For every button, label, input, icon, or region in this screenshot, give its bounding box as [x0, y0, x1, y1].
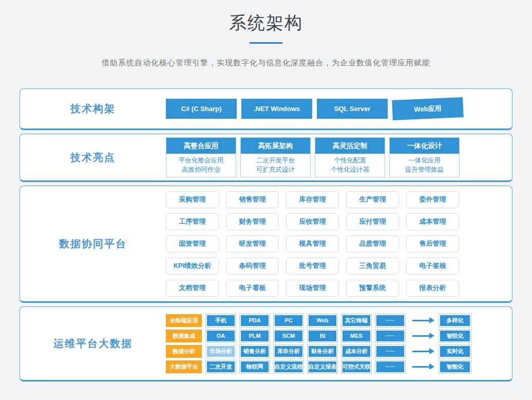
- ops-rows: 全终端应用 手机 PDA PC Web 其它终端 ····· 多样化 数据集成 …: [166, 314, 471, 373]
- module-btn-cost[interactable]: 成本管理: [406, 213, 459, 230]
- section-label-tech-highlights: 技术亮点: [70, 151, 116, 165]
- highlight-line: 可扩充式设计: [256, 166, 295, 174]
- ops-item-oa[interactable]: OA: [206, 330, 236, 342]
- ops-item-mes[interactable]: MES: [341, 330, 371, 342]
- module-btn-e-kanban[interactable]: 电子看板: [226, 280, 279, 297]
- ops-item-custom-workflow[interactable]: 自定义流程: [274, 360, 303, 373]
- highlight-card-title: 高拓展架构: [241, 138, 310, 154]
- ops-item-more[interactable]: ·····: [375, 330, 405, 342]
- highlight-card-body: 一体化应用 提升管理效益: [390, 154, 459, 177]
- ops-item-pda[interactable]: PDA: [240, 314, 270, 327]
- ops-result-smart-connected[interactable]: 智联化: [439, 330, 471, 342]
- highlight-card-all-in-one: 一体化设计 一体化应用 提升管理效益: [389, 137, 460, 177]
- module-btn-warning-system[interactable]: 预警系统: [346, 280, 399, 297]
- highlight-card-body: 二次开发平台 可扩充式设计: [241, 154, 310, 177]
- ops-item-web[interactable]: Web: [308, 314, 337, 327]
- tech-btn-dotnet-windows[interactable]: .NET Windows: [241, 99, 312, 119]
- highlight-line: 二次开发平台: [256, 156, 295, 165]
- section-label-tech-framework: 技术构架: [70, 102, 116, 116]
- ops-item-market-analysis[interactable]: 市场分析: [206, 345, 236, 358]
- module-btn-mold[interactable]: 模具管理: [286, 235, 339, 252]
- highlight-line: 一体化应用: [408, 156, 441, 165]
- ops-item-other-terminals[interactable]: 其它终端: [341, 314, 371, 327]
- ops-item-iot[interactable]: 物联网: [240, 360, 270, 373]
- arrow-right-icon: [412, 320, 430, 321]
- module-btn-onsite[interactable]: 现场管理: [286, 280, 339, 297]
- module-btn-quality[interactable]: 品质管理: [346, 235, 399, 252]
- architecture-sections: 技术构架 C# (C Sharp) .NET Windows SQL Serve…: [20, 88, 512, 381]
- module-btn-inventory[interactable]: 库存管理: [286, 191, 339, 208]
- section-label-area: 数据协同平台: [20, 186, 166, 301]
- ops-result-intelligent[interactable]: 智能化: [439, 360, 471, 373]
- tech-framework-buttons: C# (C Sharp) .NET Windows SQL Server Web…: [166, 89, 512, 129]
- module-btn-e-signature[interactable]: 电子签核: [406, 258, 459, 275]
- ops-platform-content: 全终端应用 手机 PDA PC Web 其它终端 ····· 多样化 数据集成 …: [166, 307, 512, 380]
- arrow-right-icon: [412, 366, 430, 368]
- ops-category-badge: 全终端应用: [166, 314, 202, 327]
- ops-item-mobile[interactable]: 手机: [206, 314, 236, 327]
- section-tech-highlights: 技术亮点 高整合应用 平台化整合应用 高效协同作业 高拓展架构 二次开发平台 可…: [20, 134, 512, 182]
- highlight-card-title: 高灵活定制: [315, 138, 385, 154]
- module-btn-process[interactable]: 工序管理: [166, 213, 219, 230]
- ops-item-cost-analysis[interactable]: 成本分析: [341, 345, 371, 358]
- highlight-line: 提升管理效益: [405, 166, 444, 174]
- module-btn-outsourcing[interactable]: 委外管理: [406, 191, 459, 208]
- ops-item-finance-analysis[interactable]: 财务分析: [308, 345, 337, 358]
- module-btn-receivables[interactable]: 应收管理: [286, 213, 339, 230]
- section-label-area: 技术构架: [20, 89, 166, 129]
- data-platform-content: 采购管理 销售管理 库存管理 生产管理 委外管理 工序管理 财务管理 应收管理 …: [166, 186, 512, 301]
- section-ops-platform: 运维平台大数据 全终端应用 手机 PDA PC Web 其它终端 ····· 多…: [20, 306, 512, 381]
- module-btn-payables[interactable]: 应付管理: [346, 213, 399, 230]
- module-btn-production[interactable]: 生产管理: [346, 191, 399, 208]
- ops-row-terminals: 全终端应用 手机 PDA PC Web 其它终端 ····· 多样化: [166, 314, 471, 327]
- ops-category-badge: 数据分析: [166, 345, 202, 358]
- ops-item-more[interactable]: ·····: [375, 314, 405, 327]
- ops-item-more[interactable]: ·····: [375, 345, 405, 358]
- highlight-line: 个性化设计器: [331, 166, 369, 174]
- ops-item-secondary-dev[interactable]: 二次开发: [206, 360, 236, 373]
- highlight-line: 平台化整合应用: [179, 156, 224, 165]
- highlight-card-extensibility: 高拓展架构 二次开发平台 可扩充式设计: [240, 137, 311, 177]
- module-btn-document[interactable]: 文档管理: [166, 280, 219, 297]
- ops-item-scm[interactable]: SCM: [274, 330, 303, 342]
- module-btn-kpi[interactable]: KPI绩效分析: [166, 258, 219, 275]
- ops-item-custom-report[interactable]: 自定义报表: [308, 360, 337, 373]
- arrow-right-icon: [412, 351, 430, 352]
- highlight-card-title: 高整合应用: [166, 138, 236, 154]
- page-header: 系统架构 借助系统自动化核心管理引擎，实现数字化与信息化深度融合，为企业数值化管…: [0, 0, 532, 68]
- ops-row-analysis: 数据分析 市场分析 销售分析 库存分析 财务分析 成本分析 ····· 实时化: [166, 345, 471, 358]
- module-btn-batch[interactable]: 批号管理: [286, 258, 339, 275]
- module-btn-barcode[interactable]: 条码管理: [226, 258, 279, 275]
- ops-item-sales-analysis[interactable]: 销售分析: [240, 345, 270, 358]
- module-btn-report-analysis[interactable]: 报表分析: [406, 280, 459, 297]
- module-btn-triangle-trade[interactable]: 三角贸易: [346, 258, 399, 275]
- highlight-card-title: 一体化设计: [390, 138, 459, 154]
- section-data-platform: 数据协同平台 采购管理 销售管理 库存管理 生产管理 委外管理 工序管理 财务管…: [20, 186, 512, 303]
- tech-btn-web-app[interactable]: Web应用: [392, 97, 464, 120]
- highlight-card-body: 个性化配置 个性化设计器: [315, 154, 385, 177]
- ops-item-bi[interactable]: BI: [308, 330, 337, 342]
- ops-result-realtime[interactable]: 实时化: [439, 345, 471, 358]
- tech-btn-sql-server[interactable]: SQL Server: [317, 99, 388, 119]
- ops-category-badge: 数据集成: [166, 330, 202, 342]
- highlight-card-integration: 高整合应用 平台化整合应用 高效协同作业: [166, 137, 236, 177]
- ops-item-more[interactable]: ·····: [375, 360, 405, 373]
- highlight-cards: 高整合应用 平台化整合应用 高效协同作业 高拓展架构 二次开发平台 可扩充式设计…: [166, 134, 512, 180]
- module-btn-rnd[interactable]: 研发管理: [226, 235, 279, 252]
- highlight-line: 个性化配置: [334, 156, 366, 165]
- ops-item-plm[interactable]: PLM: [240, 330, 270, 342]
- ops-item-controllable-link[interactable]: 可控式关联: [341, 360, 371, 373]
- module-btn-sales[interactable]: 销售管理: [226, 191, 279, 208]
- module-btn-finance[interactable]: 财务管理: [226, 213, 279, 230]
- section-label-area: 技术亮点: [20, 134, 166, 180]
- ops-item-inventory-analysis[interactable]: 库存分析: [274, 345, 303, 358]
- ops-result-diversified[interactable]: 多样化: [439, 314, 471, 327]
- page-subtitle: 借助系统自动化核心管理引擎，实现数字化与信息化深度融合，为企业数值化管理应用赋能: [0, 58, 532, 68]
- module-btn-after-sales[interactable]: 售后管理: [406, 235, 459, 252]
- section-label-area: 运维平台大数据: [20, 307, 166, 380]
- ops-item-pc[interactable]: PC: [274, 314, 303, 327]
- arrow-right-icon: [412, 335, 430, 337]
- module-btn-fixed-assets[interactable]: 固资管理: [166, 235, 219, 252]
- module-btn-purchase[interactable]: 采购管理: [166, 191, 219, 208]
- tech-btn-csharp[interactable]: C# (C Sharp): [166, 99, 237, 119]
